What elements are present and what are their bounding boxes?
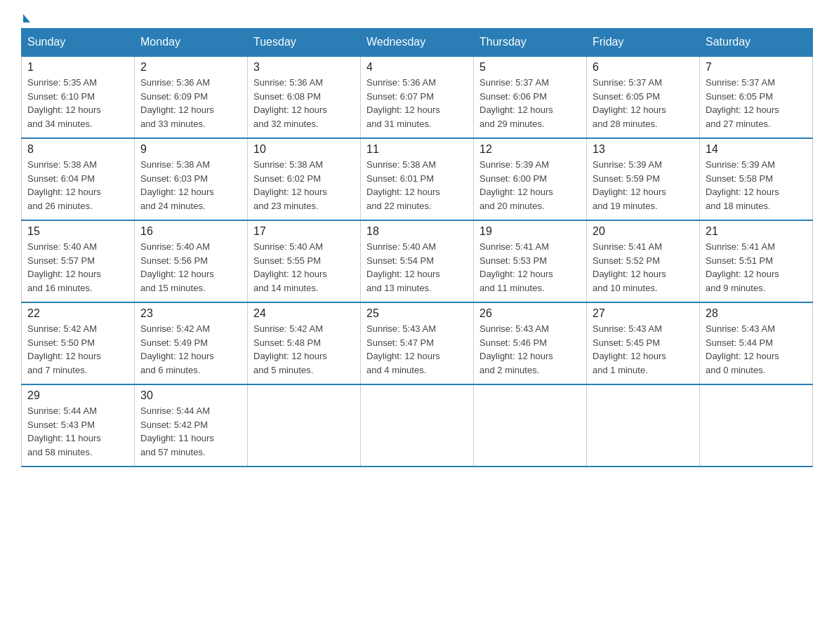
header-thursday: Thursday [474, 29, 587, 57]
calendar-cell: 5Sunrise: 5:37 AMSunset: 6:06 PMDaylight… [474, 56, 587, 138]
day-number: 28 [706, 307, 807, 320]
calendar-cell: 27Sunrise: 5:43 AMSunset: 5:45 PMDayligh… [587, 302, 700, 384]
day-number: 23 [140, 307, 241, 320]
calendar-week-5: 29Sunrise: 5:44 AMSunset: 5:43 PMDayligh… [22, 384, 813, 467]
calendar-cell: 20Sunrise: 5:41 AMSunset: 5:52 PMDayligh… [587, 220, 700, 302]
calendar-cell: 6Sunrise: 5:37 AMSunset: 6:05 PMDaylight… [587, 56, 700, 138]
calendar-week-4: 22Sunrise: 5:42 AMSunset: 5:50 PMDayligh… [22, 302, 813, 384]
day-info: Sunrise: 5:40 AMSunset: 5:55 PMDaylight:… [253, 240, 355, 295]
day-number: 29 [27, 389, 128, 402]
day-info: Sunrise: 5:44 AMSunset: 5:43 PMDaylight:… [27, 404, 128, 459]
calendar-cell: 28Sunrise: 5:43 AMSunset: 5:44 PMDayligh… [700, 302, 813, 384]
day-number: 19 [479, 225, 581, 238]
calendar-cell: 16Sunrise: 5:40 AMSunset: 5:56 PMDayligh… [135, 220, 248, 302]
day-number: 2 [140, 61, 241, 74]
day-info: Sunrise: 5:38 AMSunset: 6:01 PMDaylight:… [366, 158, 468, 213]
day-number: 3 [253, 61, 355, 74]
calendar-header-row: SundayMondayTuesdayWednesdayThursdayFrid… [22, 29, 813, 57]
day-info: Sunrise: 5:38 AMSunset: 6:02 PMDaylight:… [253, 158, 355, 213]
day-info: Sunrise: 5:38 AMSunset: 6:04 PMDaylight:… [27, 158, 128, 213]
day-number: 13 [593, 143, 694, 156]
calendar-week-3: 15Sunrise: 5:40 AMSunset: 5:57 PMDayligh… [22, 220, 813, 302]
day-info: Sunrise: 5:41 AMSunset: 5:53 PMDaylight:… [479, 240, 581, 295]
calendar-cell: 30Sunrise: 5:44 AMSunset: 5:42 PMDayligh… [135, 384, 248, 467]
day-number: 18 [366, 225, 468, 238]
calendar-cell: 22Sunrise: 5:42 AMSunset: 5:50 PMDayligh… [22, 302, 135, 384]
day-info: Sunrise: 5:37 AMSunset: 6:05 PMDaylight:… [706, 76, 807, 130]
day-number: 8 [27, 143, 128, 156]
day-info: Sunrise: 5:44 AMSunset: 5:42 PMDaylight:… [140, 404, 241, 459]
day-number: 27 [593, 307, 694, 320]
calendar-cell: 18Sunrise: 5:40 AMSunset: 5:54 PMDayligh… [361, 220, 474, 302]
day-number: 14 [706, 143, 807, 156]
header-saturday: Saturday [700, 29, 813, 57]
calendar-cell [587, 384, 700, 467]
calendar-cell: 13Sunrise: 5:39 AMSunset: 5:59 PMDayligh… [587, 138, 700, 220]
calendar-cell: 23Sunrise: 5:42 AMSunset: 5:49 PMDayligh… [135, 302, 248, 384]
calendar-table: SundayMondayTuesdayWednesdayThursdayFrid… [21, 28, 813, 467]
day-info: Sunrise: 5:40 AMSunset: 5:54 PMDaylight:… [366, 240, 468, 295]
header-friday: Friday [587, 29, 700, 57]
calendar-cell: 12Sunrise: 5:39 AMSunset: 6:00 PMDayligh… [474, 138, 587, 220]
day-number: 15 [27, 225, 128, 238]
calendar-cell: 9Sunrise: 5:38 AMSunset: 6:03 PMDaylight… [135, 138, 248, 220]
day-number: 11 [366, 143, 468, 156]
day-info: Sunrise: 5:37 AMSunset: 6:05 PMDaylight:… [593, 76, 694, 130]
calendar-cell: 25Sunrise: 5:43 AMSunset: 5:47 PMDayligh… [361, 302, 474, 384]
day-info: Sunrise: 5:39 AMSunset: 5:59 PMDaylight:… [593, 158, 694, 213]
day-number: 9 [140, 143, 241, 156]
day-number: 4 [366, 61, 468, 74]
day-number: 22 [27, 307, 128, 320]
calendar-cell: 14Sunrise: 5:39 AMSunset: 5:58 PMDayligh… [700, 138, 813, 220]
calendar-cell: 7Sunrise: 5:37 AMSunset: 6:05 PMDaylight… [700, 56, 813, 138]
calendar-cell [248, 384, 361, 467]
calendar-cell: 10Sunrise: 5:38 AMSunset: 6:02 PMDayligh… [248, 138, 361, 220]
day-info: Sunrise: 5:36 AMSunset: 6:09 PMDaylight:… [140, 76, 241, 130]
day-info: Sunrise: 5:36 AMSunset: 6:08 PMDaylight:… [253, 76, 355, 130]
logo [21, 14, 30, 21]
day-info: Sunrise: 5:43 AMSunset: 5:44 PMDaylight:… [706, 322, 807, 377]
calendar-cell [361, 384, 474, 467]
day-info: Sunrise: 5:43 AMSunset: 5:47 PMDaylight:… [366, 322, 468, 377]
day-info: Sunrise: 5:40 AMSunset: 5:57 PMDaylight:… [27, 240, 128, 295]
day-info: Sunrise: 5:42 AMSunset: 5:50 PMDaylight:… [27, 322, 128, 377]
day-info: Sunrise: 5:43 AMSunset: 5:46 PMDaylight:… [479, 322, 581, 377]
day-number: 17 [253, 225, 355, 238]
day-number: 25 [366, 307, 468, 320]
day-number: 10 [253, 143, 355, 156]
calendar-cell: 15Sunrise: 5:40 AMSunset: 5:57 PMDayligh… [22, 220, 135, 302]
day-info: Sunrise: 5:43 AMSunset: 5:45 PMDaylight:… [593, 322, 694, 377]
logo-triangle-icon [23, 14, 30, 22]
header-sunday: Sunday [22, 29, 135, 57]
calendar-cell [700, 384, 813, 467]
day-number: 16 [140, 225, 241, 238]
calendar-cell: 2Sunrise: 5:36 AMSunset: 6:09 PMDaylight… [135, 56, 248, 138]
day-info: Sunrise: 5:41 AMSunset: 5:51 PMDaylight:… [706, 240, 807, 295]
day-info: Sunrise: 5:36 AMSunset: 6:07 PMDaylight:… [366, 76, 468, 130]
calendar-week-1: 1Sunrise: 5:35 AMSunset: 6:10 PMDaylight… [22, 56, 813, 138]
day-number: 6 [593, 61, 694, 74]
header-monday: Monday [135, 29, 248, 57]
day-number: 7 [706, 61, 807, 74]
day-number: 20 [593, 225, 694, 238]
calendar-cell: 8Sunrise: 5:38 AMSunset: 6:04 PMDaylight… [22, 138, 135, 220]
day-info: Sunrise: 5:38 AMSunset: 6:03 PMDaylight:… [140, 158, 241, 213]
calendar-cell: 3Sunrise: 5:36 AMSunset: 6:08 PMDaylight… [248, 56, 361, 138]
day-number: 5 [479, 61, 581, 74]
calendar-cell: 11Sunrise: 5:38 AMSunset: 6:01 PMDayligh… [361, 138, 474, 220]
day-info: Sunrise: 5:35 AMSunset: 6:10 PMDaylight:… [27, 76, 128, 130]
calendar-cell: 24Sunrise: 5:42 AMSunset: 5:48 PMDayligh… [248, 302, 361, 384]
page-header [21, 14, 813, 21]
day-info: Sunrise: 5:41 AMSunset: 5:52 PMDaylight:… [593, 240, 694, 295]
day-number: 1 [27, 61, 128, 74]
day-info: Sunrise: 5:42 AMSunset: 5:48 PMDaylight:… [253, 322, 355, 377]
calendar-cell: 26Sunrise: 5:43 AMSunset: 5:46 PMDayligh… [474, 302, 587, 384]
calendar-cell: 29Sunrise: 5:44 AMSunset: 5:43 PMDayligh… [22, 384, 135, 467]
day-info: Sunrise: 5:39 AMSunset: 5:58 PMDaylight:… [706, 158, 807, 213]
calendar-week-2: 8Sunrise: 5:38 AMSunset: 6:04 PMDaylight… [22, 138, 813, 220]
day-info: Sunrise: 5:40 AMSunset: 5:56 PMDaylight:… [140, 240, 241, 295]
day-number: 24 [253, 307, 355, 320]
calendar-cell: 17Sunrise: 5:40 AMSunset: 5:55 PMDayligh… [248, 220, 361, 302]
calendar-cell: 21Sunrise: 5:41 AMSunset: 5:51 PMDayligh… [700, 220, 813, 302]
header-wednesday: Wednesday [361, 29, 474, 57]
